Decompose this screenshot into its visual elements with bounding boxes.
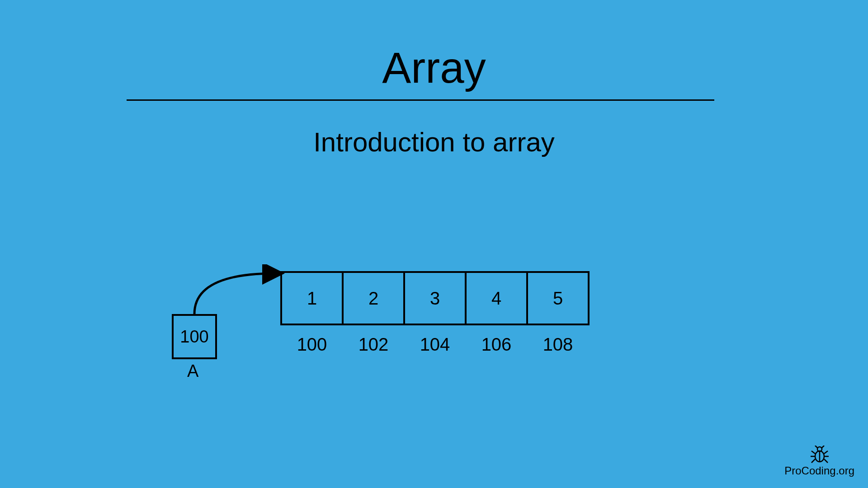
pointer-label: A [187, 361, 198, 381]
array-cells: 1 2 3 4 5 [280, 271, 590, 325]
array-cell: 5 [526, 271, 590, 325]
array-address: 102 [342, 334, 405, 355]
subtitle: Introduction to array [313, 127, 555, 158]
title-separator [127, 99, 714, 101]
bug-icon [784, 446, 854, 464]
svg-line-7 [824, 451, 828, 454]
logo-text: ProCoding.org [784, 465, 854, 477]
svg-line-6 [811, 451, 815, 454]
array-address: 100 [280, 334, 344, 355]
array-cell: 2 [342, 271, 405, 325]
array-addresses: 100 102 104 106 108 [280, 334, 590, 355]
title: Array [382, 43, 486, 93]
array-address: 104 [403, 334, 467, 355]
svg-line-4 [815, 446, 817, 448]
array-cell: 4 [465, 271, 528, 325]
pointer-box: 100 [172, 314, 217, 359]
logo: ProCoding.org [784, 446, 854, 477]
svg-line-5 [822, 446, 824, 448]
array-address: 106 [465, 334, 528, 355]
svg-line-10 [811, 459, 815, 463]
array-cell: 3 [403, 271, 467, 325]
array-address: 108 [526, 334, 590, 355]
svg-line-11 [824, 459, 828, 463]
array-cell: 1 [280, 271, 344, 325]
pointer-value: 100 [180, 327, 208, 347]
